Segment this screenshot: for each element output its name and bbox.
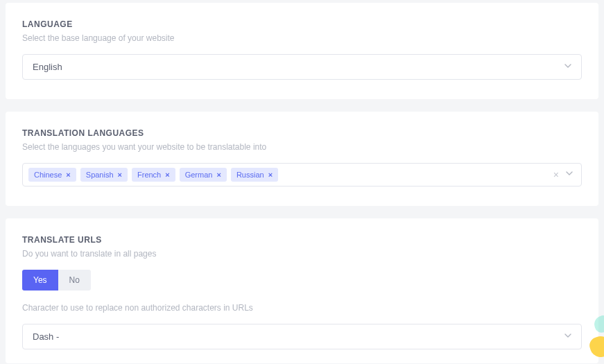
language-select-value: English — [33, 62, 62, 72]
language-title: LANGUAGE — [22, 19, 582, 29]
tag-label: Spanish — [86, 171, 114, 179]
chevron-down-icon[interactable] — [566, 171, 573, 178]
chevron-down-icon — [564, 64, 571, 71]
language-desc: Select the base language of your website — [22, 33, 582, 43]
translation-tag[interactable]: Chinese × — [28, 168, 76, 182]
tag-remove-icon[interactable]: × — [66, 171, 70, 179]
tag-remove-icon[interactable]: × — [165, 171, 169, 179]
translation-desc: Select the languages you want your websi… — [22, 142, 582, 152]
tag-label: Russian — [236, 171, 264, 179]
tag-label: Chinese — [34, 171, 62, 179]
urls-desc2: Character to use to replace non authoriz… — [22, 303, 582, 313]
toggle-no-button[interactable]: No — [58, 270, 91, 291]
toggle-yes-button[interactable]: Yes — [22, 270, 58, 291]
url-char-select[interactable]: Dash - — [22, 324, 582, 349]
translation-tag[interactable]: Spanish × — [80, 168, 128, 182]
language-card: LANGUAGE Select the base language of you… — [6, 3, 598, 99]
translation-tag-input[interactable]: Chinese × Spanish × French × German × Ru… — [22, 163, 582, 187]
urls-title: TRANSLATE URLS — [22, 235, 582, 245]
url-char-select-value: Dash - — [33, 331, 59, 342]
urls-card: TRANSLATE URLS Do you want to translate … — [6, 218, 598, 363]
translation-tag[interactable]: Russian × — [231, 168, 278, 182]
clear-all-icon[interactable]: × — [553, 169, 559, 180]
translate-urls-toggle: Yes No — [22, 270, 91, 291]
translation-tag[interactable]: French × — [132, 168, 175, 182]
translation-tags-container: Chinese × Spanish × French × German × Ru… — [28, 168, 549, 182]
tag-label: German — [185, 171, 213, 179]
translation-tag[interactable]: German × — [180, 168, 227, 182]
tag-remove-icon[interactable]: × — [268, 171, 273, 179]
tag-input-controls: × — [553, 169, 576, 180]
urls-desc1: Do you want to translate in all pages — [22, 249, 582, 259]
translation-title: TRANSLATION LANGUAGES — [22, 128, 582, 138]
chevron-down-icon — [564, 333, 571, 340]
tag-label: French — [137, 171, 161, 179]
translation-card: TRANSLATION LANGUAGES Select the languag… — [6, 112, 598, 206]
tag-remove-icon[interactable]: × — [118, 171, 122, 179]
language-select[interactable]: English — [22, 54, 582, 80]
tag-remove-icon[interactable]: × — [216, 171, 221, 179]
